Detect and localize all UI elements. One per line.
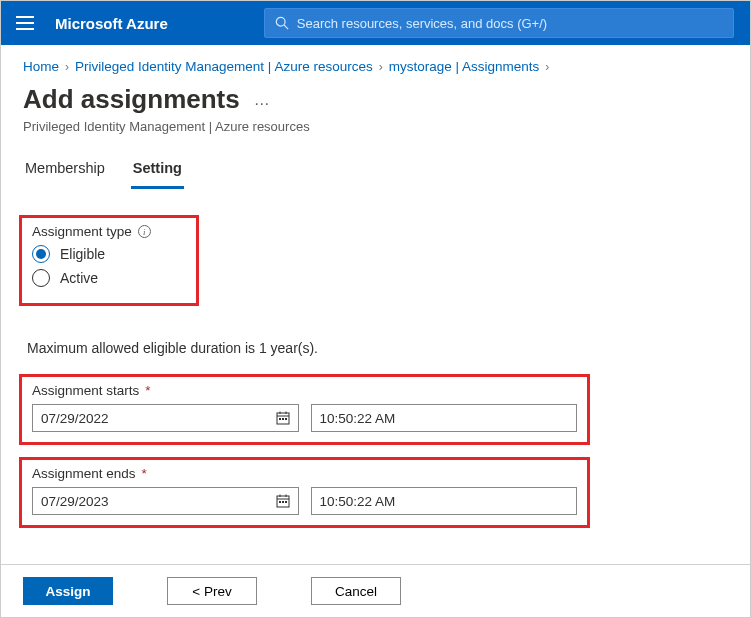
chevron-right-icon: ›	[545, 60, 549, 74]
info-icon[interactable]: i	[138, 225, 151, 238]
end-time-value: 10:50:22 AM	[320, 494, 396, 509]
assignment-starts-label-text: Assignment starts	[32, 383, 139, 398]
action-bar: Assign < Prev Cancel	[1, 564, 750, 617]
end-time-input[interactable]: 10:50:22 AM	[311, 487, 578, 515]
svg-rect-11	[285, 418, 287, 420]
assign-button[interactable]: Assign	[23, 577, 113, 605]
duration-note: Maximum allowed eligible duration is 1 y…	[1, 318, 750, 374]
assignment-type-label: Assignment type i	[32, 224, 186, 239]
assignment-ends-label-text: Assignment ends	[32, 466, 136, 481]
svg-rect-16	[279, 501, 281, 503]
assignment-type-group: Assignment type i Eligible Active	[19, 215, 199, 306]
start-time-input[interactable]: 10:50:22 AM	[311, 404, 578, 432]
assignment-starts-group: Assignment starts * 07/29/2022 10:50:22 …	[19, 374, 590, 445]
menu-icon[interactable]	[11, 9, 39, 37]
required-marker: *	[145, 383, 150, 398]
chevron-right-icon: ›	[379, 60, 383, 74]
global-search[interactable]	[264, 8, 734, 38]
svg-rect-18	[285, 501, 287, 503]
tab-setting[interactable]: Setting	[131, 152, 184, 189]
radio-active[interactable]: Active	[32, 269, 186, 287]
svg-rect-17	[282, 501, 284, 503]
breadcrumb-pim[interactable]: Privileged Identity Management | Azure r…	[75, 59, 373, 74]
radio-eligible[interactable]: Eligible	[32, 245, 186, 263]
end-date-value: 07/29/2023	[41, 494, 109, 509]
svg-line-4	[284, 25, 288, 29]
svg-rect-9	[279, 418, 281, 420]
breadcrumb: Home › Privileged Identity Management | …	[1, 45, 750, 80]
assignment-ends-group: Assignment ends * 07/29/2023 10:50:22 AM	[19, 457, 590, 528]
search-input[interactable]	[297, 16, 723, 31]
radio-icon	[32, 269, 50, 287]
calendar-icon	[276, 494, 290, 508]
start-time-value: 10:50:22 AM	[320, 411, 396, 426]
assignment-type-label-text: Assignment type	[32, 224, 132, 239]
radio-icon	[32, 245, 50, 263]
prev-button[interactable]: < Prev	[167, 577, 257, 605]
start-date-value: 07/29/2022	[41, 411, 109, 426]
calendar-icon	[276, 411, 290, 425]
tab-membership[interactable]: Membership	[23, 152, 107, 189]
svg-point-3	[276, 17, 285, 26]
cancel-button[interactable]: Cancel	[311, 577, 401, 605]
assignment-starts-label: Assignment starts *	[32, 383, 577, 398]
chevron-right-icon: ›	[65, 60, 69, 74]
svg-rect-10	[282, 418, 284, 420]
breadcrumb-home[interactable]: Home	[23, 59, 59, 74]
required-marker: *	[142, 466, 147, 481]
top-header: Microsoft Azure	[1, 1, 750, 45]
brand-label[interactable]: Microsoft Azure	[55, 15, 168, 32]
page-title-row: Add assignments …	[1, 80, 750, 117]
start-date-input[interactable]: 07/29/2022	[32, 404, 299, 432]
breadcrumb-mystorage[interactable]: mystorage | Assignments	[389, 59, 540, 74]
radio-active-label: Active	[60, 270, 98, 286]
page-title: Add assignments	[23, 84, 240, 115]
radio-eligible-label: Eligible	[60, 246, 105, 262]
end-date-input[interactable]: 07/29/2023	[32, 487, 299, 515]
more-menu-icon[interactable]: …	[254, 91, 271, 109]
tab-bar: Membership Setting	[1, 152, 750, 189]
page-subtitle: Privileged Identity Management | Azure r…	[1, 117, 750, 152]
assignment-ends-label: Assignment ends *	[32, 466, 577, 481]
search-icon	[275, 16, 289, 30]
